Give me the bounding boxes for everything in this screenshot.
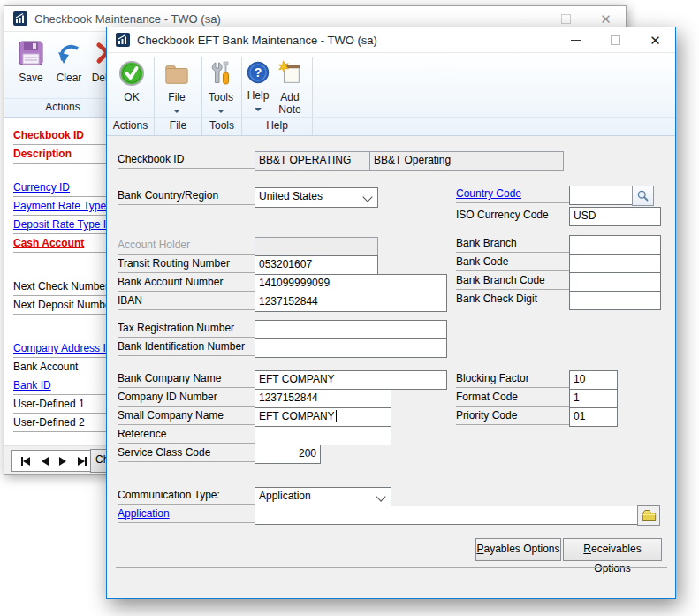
label-bank-branch: Bank Branch bbox=[456, 237, 569, 253]
chevron-down-icon bbox=[255, 108, 262, 111]
iban-field[interactable]: 1237152844 bbox=[255, 293, 447, 312]
reference-field[interactable] bbox=[255, 426, 391, 445]
folder-icon bbox=[163, 62, 190, 87]
bank-branch-field[interactable] bbox=[569, 235, 661, 255]
floppy-disk-icon bbox=[17, 39, 45, 67]
magnifier-icon bbox=[636, 189, 650, 202]
app-icon bbox=[116, 33, 130, 47]
bank-check-digit-field[interactable] bbox=[569, 291, 661, 310]
label-communication-type: Communication Type: bbox=[118, 489, 255, 505]
actions-group-label: Actions bbox=[4, 101, 121, 113]
bank-identification-number-field[interactable] bbox=[255, 338, 447, 358]
tax-registration-number-field[interactable] bbox=[255, 320, 447, 339]
actions-group-label: Actions bbox=[107, 119, 154, 132]
label-bank-country-region: Bank Country/Region bbox=[118, 189, 255, 205]
blocking-factor-field[interactable]: 10 bbox=[569, 370, 618, 390]
service-class-code-field[interactable]: 200 bbox=[255, 445, 321, 464]
account-holder-field bbox=[255, 237, 378, 256]
app-icon bbox=[13, 11, 27, 26]
bank-branch-code-field[interactable] bbox=[569, 272, 661, 292]
small-folder-icon bbox=[642, 509, 657, 521]
green-check-circle-icon bbox=[118, 60, 145, 87]
small-company-name-field[interactable]: EFT COMPANY bbox=[255, 407, 391, 427]
first-record-button[interactable] bbox=[21, 457, 30, 466]
label-service-class-code: Service Class Code bbox=[118, 446, 255, 462]
label-application[interactable]: Application bbox=[118, 507, 255, 523]
label-priority-code: Priority Code bbox=[456, 409, 569, 425]
receivables-options-button[interactable]: Receivables Options bbox=[563, 538, 662, 561]
priority-code-field[interactable]: 01 bbox=[569, 407, 618, 427]
file-menu-button[interactable]: File bbox=[157, 62, 196, 116]
record-navigation bbox=[11, 450, 96, 472]
previous-record-button[interactable] bbox=[42, 457, 49, 466]
status-divider bbox=[116, 567, 667, 568]
question-circle-icon: ? bbox=[246, 60, 270, 85]
dialog-title: Checkbook EFT Bank Maintenance - TWO (sa… bbox=[137, 34, 377, 47]
label-bank-account-number: Bank Account Number bbox=[118, 276, 255, 292]
svg-text:?: ? bbox=[255, 65, 262, 80]
bank-account-number-field[interactable]: 141099999099 bbox=[255, 274, 447, 293]
label-account-holder: Account Holder bbox=[118, 239, 255, 255]
tools-menu-button[interactable]: Tools bbox=[202, 60, 239, 116]
label-country-code[interactable]: Country Code bbox=[456, 187, 569, 203]
chevron-down-icon bbox=[217, 110, 224, 113]
label-company-id-number: Company ID Number bbox=[118, 391, 255, 407]
label-bank-branch-code: Bank Branch Code bbox=[456, 274, 569, 290]
minimize-button[interactable] bbox=[556, 27, 596, 52]
label-format-code: Format Code bbox=[456, 391, 569, 407]
chevron-down-icon bbox=[376, 491, 385, 501]
next-record-button[interactable] bbox=[59, 457, 66, 466]
dialog-titlebar: Checkbook EFT Bank Maintenance - TWO (sa… bbox=[107, 27, 675, 53]
checkbook-id-code-field: BB&T OPERATING bbox=[255, 151, 378, 171]
label-iso-currency-code: ISO Currency Code bbox=[456, 209, 569, 224]
application-field[interactable] bbox=[255, 506, 644, 525]
company-id-number-field[interactable]: 1237152844 bbox=[255, 389, 391, 408]
label-blocking-factor: Blocking Factor bbox=[456, 372, 569, 388]
close-button[interactable]: ✕ bbox=[635, 27, 675, 52]
label-small-company-name: Small Company Name bbox=[118, 409, 255, 425]
note-star-icon bbox=[277, 60, 303, 87]
bank-company-name-field[interactable]: EFT COMPANY bbox=[255, 370, 447, 390]
wrench-screwdriver-icon bbox=[209, 60, 232, 87]
chevron-down-icon bbox=[362, 192, 372, 202]
country-code-lookup-button[interactable] bbox=[632, 186, 654, 206]
add-note-button[interactable]: AddNote bbox=[271, 60, 308, 116]
file-group-label: File bbox=[155, 119, 201, 132]
checkbook-eft-bank-maintenance-dialog: Checkbook EFT Bank Maintenance - TWO (sa… bbox=[106, 27, 676, 599]
undo-arrow-icon bbox=[55, 39, 83, 67]
save-button[interactable]: Save bbox=[11, 39, 50, 84]
chevron-down-icon bbox=[173, 110, 180, 113]
maximize-button[interactable] bbox=[596, 27, 635, 52]
country-code-field[interactable] bbox=[569, 186, 641, 205]
iso-currency-code-field[interactable]: USD bbox=[569, 207, 661, 226]
checkbook-id-name-field: BB&T Operating bbox=[369, 151, 564, 171]
bank-code-field[interactable] bbox=[569, 254, 661, 273]
label-bank-identification-number: Bank Identification Number bbox=[118, 340, 255, 356]
dialog-ribbon: OK File Tools bbox=[107, 52, 675, 136]
label-bank-code: Bank Code bbox=[456, 255, 569, 271]
help-menu-button[interactable]: ? Help bbox=[242, 60, 274, 114]
window-title: Checkbook Maintenance - TWO (sa) bbox=[34, 12, 221, 26]
last-record-button[interactable] bbox=[78, 457, 87, 466]
ribbon-group-row: Actions File Tools Help bbox=[107, 117, 675, 135]
format-code-field[interactable]: 1 bbox=[569, 389, 618, 408]
payables-options-button[interactable]: Payables Options bbox=[475, 538, 561, 561]
label-transit-routing-number: Transit Routing Number bbox=[118, 257, 255, 273]
application-browse-button[interactable] bbox=[637, 505, 660, 526]
tools-group-label: Tools bbox=[202, 119, 241, 132]
label-reference: Reference bbox=[118, 428, 255, 444]
transit-routing-number-field[interactable]: 053201607 bbox=[255, 255, 378, 275]
help-group-label: Help bbox=[242, 119, 312, 132]
label-bank-company-name: Bank Company Name bbox=[118, 372, 255, 388]
label-iban: IBAN bbox=[118, 294, 255, 310]
communication-type-dropdown[interactable]: Application bbox=[255, 487, 391, 507]
clear-button[interactable]: Clear bbox=[50, 39, 87, 84]
text-caret bbox=[336, 410, 337, 422]
ok-button[interactable]: OK bbox=[112, 60, 151, 103]
label-tax-registration-number: Tax Registration Number bbox=[118, 322, 255, 338]
label-bank-check-digit: Bank Check Digit bbox=[456, 293, 569, 308]
bank-country-region-dropdown[interactable]: United States bbox=[255, 187, 378, 208]
label-checkbook-id: Checkbook ID bbox=[118, 153, 255, 169]
